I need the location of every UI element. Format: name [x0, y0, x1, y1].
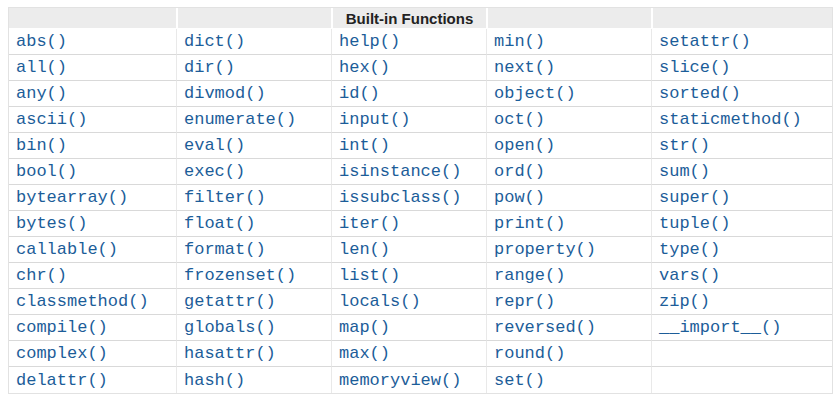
- function-link[interactable]: str(): [659, 136, 710, 155]
- function-link[interactable]: float(): [184, 214, 255, 233]
- table-cell: isinstance(): [331, 159, 486, 185]
- function-link[interactable]: bytes(): [16, 214, 87, 233]
- function-link[interactable]: issubclass(): [339, 188, 461, 207]
- function-link[interactable]: print(): [494, 214, 565, 233]
- function-link[interactable]: reversed(): [494, 318, 596, 337]
- table-cell: ord(): [486, 159, 651, 185]
- function-link[interactable]: type(): [659, 240, 720, 259]
- table-cell: super(): [651, 185, 832, 211]
- table-cell: input(): [331, 107, 486, 133]
- function-link[interactable]: complex(): [16, 344, 108, 363]
- function-link[interactable]: enumerate(): [184, 110, 296, 129]
- function-link[interactable]: delattr(): [16, 371, 108, 390]
- function-link[interactable]: filter(): [184, 188, 266, 207]
- table-cell: id(): [331, 81, 486, 107]
- header-cell-empty-2: [176, 8, 331, 29]
- table-cell: complex(): [9, 341, 176, 367]
- table-cell: abs(): [9, 29, 176, 55]
- function-link[interactable]: next(): [494, 58, 555, 77]
- function-link[interactable]: map(): [339, 318, 390, 337]
- function-link[interactable]: all(): [16, 58, 67, 77]
- function-link[interactable]: hex(): [339, 58, 390, 77]
- function-link[interactable]: pow(): [494, 188, 545, 207]
- function-link[interactable]: sorted(): [659, 84, 741, 103]
- function-link[interactable]: ord(): [494, 162, 545, 181]
- function-link[interactable]: round(): [494, 344, 565, 363]
- function-link[interactable]: id(): [339, 84, 380, 103]
- table-cell: list(): [331, 263, 486, 289]
- function-link[interactable]: vars(): [659, 266, 720, 285]
- table-cell: zip(): [651, 289, 832, 315]
- function-link[interactable]: tuple(): [659, 214, 730, 233]
- table-cell: filter(): [176, 185, 331, 211]
- function-link[interactable]: iter(): [339, 214, 400, 233]
- function-link[interactable]: callable(): [16, 240, 118, 259]
- function-link[interactable]: abs(): [16, 32, 67, 51]
- table-row: any()divmod()id()object()sorted(): [9, 81, 832, 107]
- function-link[interactable]: chr(): [16, 266, 67, 285]
- function-link[interactable]: eval(): [184, 136, 245, 155]
- function-link[interactable]: zip(): [659, 292, 710, 311]
- function-link[interactable]: property(): [494, 240, 596, 259]
- function-link[interactable]: setattr(): [659, 32, 751, 51]
- function-link[interactable]: bool(): [16, 162, 77, 181]
- function-link[interactable]: staticmethod(): [659, 110, 802, 129]
- function-link[interactable]: __import__(): [659, 318, 781, 337]
- function-link[interactable]: exec(): [184, 162, 245, 181]
- function-link[interactable]: super(): [659, 188, 730, 207]
- function-link[interactable]: getattr(): [184, 292, 276, 311]
- table-row: bytes()float()iter()print()tuple(): [9, 211, 832, 237]
- function-link[interactable]: slice(): [659, 58, 730, 77]
- table-cell: globals(): [176, 315, 331, 341]
- function-link[interactable]: memoryview(): [339, 371, 461, 390]
- function-link[interactable]: format(): [184, 240, 266, 259]
- table-cell: getattr(): [176, 289, 331, 315]
- table-cell: bin(): [9, 133, 176, 159]
- table-row: all()dir()hex()next()slice(): [9, 55, 832, 81]
- table-cell: print(): [486, 211, 651, 237]
- function-link[interactable]: range(): [494, 266, 565, 285]
- table-cell: [651, 367, 832, 393]
- table-cell: compile(): [9, 315, 176, 341]
- function-link[interactable]: object(): [494, 84, 576, 103]
- function-link[interactable]: bin(): [16, 136, 67, 155]
- function-link[interactable]: open(): [494, 136, 555, 155]
- function-link[interactable]: classmethod(): [16, 292, 149, 311]
- function-link[interactable]: len(): [339, 240, 390, 259]
- function-link[interactable]: min(): [494, 32, 545, 51]
- function-link[interactable]: set(): [494, 371, 545, 390]
- table-cell: hasattr(): [176, 341, 331, 367]
- function-link[interactable]: bytearray(): [16, 188, 128, 207]
- function-link[interactable]: list(): [339, 266, 400, 285]
- table-cell: object(): [486, 81, 651, 107]
- table-row: bin()eval()int()open()str(): [9, 133, 832, 159]
- function-link[interactable]: dict(): [184, 32, 245, 51]
- function-link[interactable]: hash(): [184, 371, 245, 390]
- table-cell: hex(): [331, 55, 486, 81]
- table-cell: int(): [331, 133, 486, 159]
- function-link[interactable]: max(): [339, 344, 390, 363]
- function-link[interactable]: any(): [16, 84, 67, 103]
- function-link[interactable]: input(): [339, 110, 410, 129]
- function-link[interactable]: globals(): [184, 318, 276, 337]
- function-link[interactable]: ascii(): [16, 110, 87, 129]
- function-link[interactable]: frozenset(): [184, 266, 296, 285]
- function-link[interactable]: locals(): [339, 292, 421, 311]
- function-link[interactable]: int(): [339, 136, 390, 155]
- table-cell: float(): [176, 211, 331, 237]
- table-row: classmethod()getattr()locals()repr()zip(…: [9, 289, 832, 315]
- table-cell: bytearray(): [9, 185, 176, 211]
- function-link[interactable]: repr(): [494, 292, 555, 311]
- table-cell: iter(): [331, 211, 486, 237]
- table-cell: sorted(): [651, 81, 832, 107]
- function-link[interactable]: help(): [339, 32, 400, 51]
- table-cell: dict(): [176, 29, 331, 55]
- function-link[interactable]: hasattr(): [184, 344, 276, 363]
- function-link[interactable]: compile(): [16, 318, 108, 337]
- function-link[interactable]: dir(): [184, 58, 235, 77]
- function-link[interactable]: divmod(): [184, 84, 266, 103]
- function-link[interactable]: isinstance(): [339, 162, 461, 181]
- function-link[interactable]: sum(): [659, 162, 710, 181]
- function-link[interactable]: oct(): [494, 110, 545, 129]
- table-cell: dir(): [176, 55, 331, 81]
